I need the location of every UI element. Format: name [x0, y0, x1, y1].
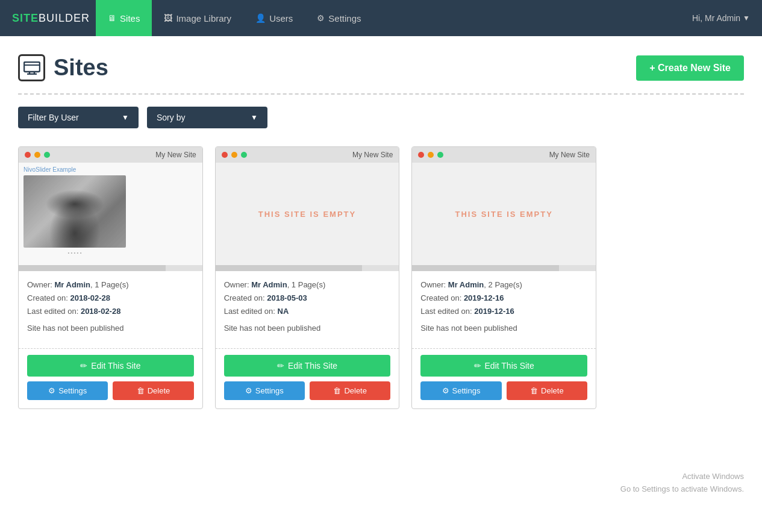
card-owner: Owner: Mr Admin, 2 Page(s) — [420, 278, 587, 292]
filter-by-user-arrow: ▼ — [122, 113, 129, 122]
delete-button[interactable]: 🗑 Delete — [113, 381, 193, 400]
card-last-edited: Last edited on: 2019-12-16 — [420, 305, 587, 318]
card-preview: My New Site THIS SITE IS EMPTY — [412, 147, 596, 271]
create-new-site-button[interactable]: + Create New Site — [636, 55, 744, 81]
page-title-icon — [18, 54, 45, 81]
edit-this-site-button[interactable]: ✏ Edit This Site — [420, 355, 587, 377]
dot-red — [418, 152, 424, 158]
nav-label-users: Users — [269, 13, 293, 23]
edit-this-site-button[interactable]: ✏ Edit This Site — [224, 355, 391, 377]
image-library-icon: 🖼 — [164, 13, 172, 23]
page-title: Sites — [54, 55, 108, 81]
sort-by-label: Sory by — [157, 113, 185, 122]
trash-icon: 🗑 — [137, 386, 145, 395]
card-preview-content: THIS SITE IS EMPTY — [412, 163, 596, 265]
settings-label: Settings — [58, 386, 87, 395]
card-actions: ✏ Edit This Site ⚙ Settings 🗑 Delete — [19, 355, 202, 408]
edit-label: Edit This Site — [288, 361, 337, 371]
card-title-bar: My New Site — [412, 147, 596, 163]
dot-green — [44, 152, 50, 158]
filter-by-user-label: Filter By User — [28, 113, 79, 122]
brand-logo: SITEBUILDER — [12, 12, 90, 25]
svg-rect-0 — [24, 62, 40, 72]
edit-this-site-button[interactable]: ✏ Edit This Site — [27, 355, 194, 377]
settings-label: Settings — [452, 386, 481, 395]
card-preview: My New Site NivoSlider Example • • • • • — [19, 147, 202, 271]
filter-row: Filter By User ▼ Sory by ▼ — [18, 107, 744, 128]
filter-by-user-select[interactable]: Filter By User ▼ — [18, 107, 139, 128]
settings-icon: ⚙ — [317, 13, 325, 23]
edit-label: Edit This Site — [485, 361, 534, 371]
card-divider — [412, 348, 596, 349]
edit-icon: ✏ — [277, 361, 284, 371]
card-last-edited: Last edited on: NA — [224, 305, 391, 318]
delete-button[interactable]: 🗑 Delete — [507, 381, 587, 400]
dot-yellow — [34, 152, 40, 158]
nav-label-sites: Sites — [120, 13, 140, 23]
sort-by-select[interactable]: Sory by ▼ — [147, 107, 267, 128]
delete-label: Delete — [148, 386, 170, 395]
card-preview-content: THIS SITE IS EMPTY — [216, 163, 399, 265]
delete-label: Delete — [541, 386, 564, 395]
nav-label-settings: Settings — [328, 13, 361, 23]
settings-button[interactable]: ⚙ Settings — [420, 381, 501, 400]
preview-label: NivoSlider Example — [23, 166, 76, 173]
sites-grid: My New Site NivoSlider Example • • • • •… — [18, 146, 596, 409]
dot-yellow — [428, 152, 434, 158]
card-info: Owner: Mr Admin, 2 Page(s) Created on: 2… — [412, 271, 596, 342]
delete-label: Delete — [344, 386, 367, 395]
trash-icon: 🗑 — [530, 386, 538, 395]
brand-site: SITE — [12, 12, 39, 24]
user-dropdown-arrow: ▼ — [743, 14, 750, 22]
preview-scrollbar-inner — [216, 265, 363, 271]
settings-button[interactable]: ⚙ Settings — [224, 381, 305, 400]
header-divider — [18, 93, 744, 95]
site-empty-text: THIS SITE IS EMPTY — [455, 210, 552, 219]
card-created: Created on: 2018-02-28 — [27, 292, 194, 305]
page-title-area: Sites — [18, 54, 108, 81]
nav-item-users[interactable]: 👤 Users — [243, 0, 305, 36]
card-btn-row: ⚙ Settings 🗑 Delete — [27, 381, 194, 400]
preview-scrollbar-inner — [19, 265, 166, 271]
dot-green — [437, 152, 443, 158]
card-divider — [216, 348, 399, 349]
nav-items: 🖥 Sites 🖼 Image Library 👤 Users ⚙ Settin… — [96, 0, 373, 36]
card-site-title: My New Site — [352, 151, 393, 159]
edit-label: Edit This Site — [91, 361, 140, 371]
card-title-bar: My New Site — [216, 147, 399, 163]
preview-scrollbar — [19, 265, 202, 271]
create-btn-label: + Create New Site — [649, 63, 731, 74]
nav-label-image-library: Image Library — [176, 13, 231, 23]
nav-item-settings[interactable]: ⚙ Settings — [305, 0, 373, 36]
edit-icon: ✏ — [474, 361, 481, 371]
edit-icon: ✏ — [80, 361, 87, 371]
dot-red — [222, 152, 228, 158]
trash-icon: 🗑 — [333, 386, 341, 395]
brand-builder: BUILDER — [39, 12, 90, 24]
settings-gear-icon: ⚙ — [245, 386, 252, 395]
main-content: Sites + Create New Site Filter By User ▼… — [0, 36, 762, 532]
card-site-title: My New Site — [549, 151, 590, 159]
settings-button[interactable]: ⚙ Settings — [27, 381, 108, 400]
user-menu[interactable]: Hi, Mr Admin ▼ — [692, 13, 750, 23]
site-card: My New Site NivoSlider Example • • • • •… — [18, 146, 203, 409]
card-not-published: Site has not been published — [224, 322, 391, 335]
preview-dots: • • • • • — [23, 250, 126, 255]
navbar: SITEBUILDER 🖥 Sites 🖼 Image Library 👤 Us… — [0, 0, 762, 36]
preview-scrollbar-inner — [412, 265, 559, 271]
dot-yellow — [231, 152, 237, 158]
preview-image-wrap: NivoSlider Example • • • • • — [19, 163, 202, 265]
dot-green — [241, 152, 247, 158]
settings-label: Settings — [255, 386, 284, 395]
sites-icon: 🖥 — [108, 13, 116, 23]
nav-item-sites[interactable]: 🖥 Sites — [96, 0, 152, 36]
card-preview: My New Site THIS SITE IS EMPTY — [216, 147, 399, 271]
card-btn-row: ⚙ Settings 🗑 Delete — [224, 381, 391, 400]
nav-item-image-library[interactable]: 🖼 Image Library — [152, 0, 243, 36]
card-not-published: Site has not been published — [420, 322, 587, 335]
card-created: Created on: 2018-05-03 — [224, 292, 391, 305]
delete-button[interactable]: 🗑 Delete — [310, 381, 390, 400]
card-last-edited: Last edited on: 2018-02-28 — [27, 305, 194, 318]
card-site-title: My New Site — [155, 151, 196, 159]
card-owner: Owner: Mr Admin, 1 Page(s) — [27, 278, 194, 292]
